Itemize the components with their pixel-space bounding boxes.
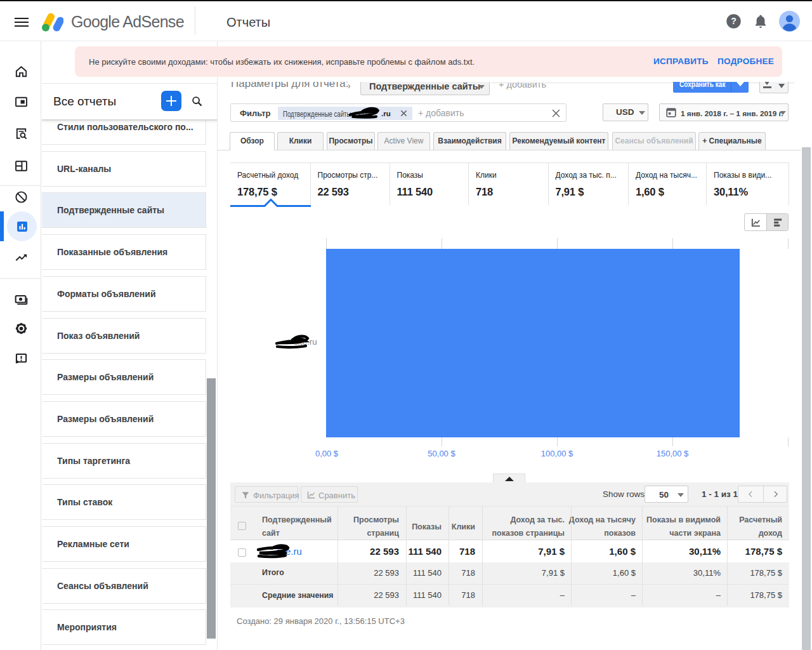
svg-text:?: ?: [731, 16, 737, 26]
